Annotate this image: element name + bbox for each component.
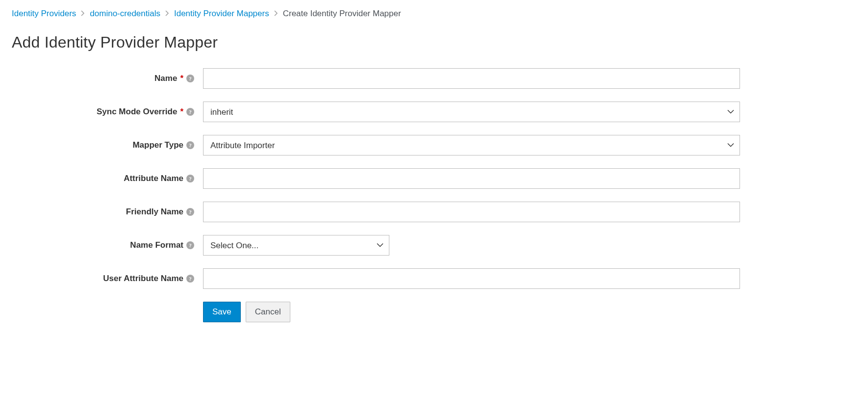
mapper-form: Name * ? Sync Mode Override * ? inherit	[12, 68, 856, 322]
help-icon[interactable]: ?	[186, 75, 194, 82]
form-row-sync-mode: Sync Mode Override * ? inherit	[12, 102, 856, 122]
breadcrumb: Identity Providers domino-credentials Id…	[12, 9, 856, 19]
sync-mode-select[interactable]: inherit	[203, 102, 740, 122]
form-row-name: Name * ?	[12, 68, 856, 89]
help-icon[interactable]: ?	[186, 208, 194, 216]
name-input[interactable]	[203, 68, 740, 89]
name-format-select[interactable]: Select One...	[203, 235, 389, 256]
save-button[interactable]: Save	[203, 302, 241, 322]
breadcrumb-link-identity-provider-mappers[interactable]: Identity Provider Mappers	[174, 9, 269, 19]
form-row-friendly-name: Friendly Name ?	[12, 202, 856, 222]
chevron-right-icon	[163, 10, 171, 18]
help-icon[interactable]: ?	[186, 175, 194, 182]
label-text: Sync Mode Override	[97, 107, 177, 117]
label-name: Name * ?	[12, 74, 203, 83]
label-name-format: Name Format ?	[12, 240, 203, 250]
label-text: Name	[154, 74, 177, 83]
select-wrap: inherit	[203, 102, 740, 122]
breadcrumb-current: Create Identity Provider Mapper	[283, 9, 401, 19]
form-row-attribute-name: Attribute Name ?	[12, 168, 856, 189]
mapper-type-select[interactable]: Attribute Importer	[203, 135, 740, 155]
label-attribute-name: Attribute Name ?	[12, 174, 203, 183]
chevron-right-icon	[272, 10, 280, 18]
form-row-user-attribute-name: User Attribute Name ?	[12, 268, 856, 289]
breadcrumb-link-domino-credentials[interactable]: domino-credentials	[90, 9, 160, 19]
help-icon[interactable]: ?	[186, 108, 194, 116]
required-asterisk-icon: *	[180, 74, 183, 83]
label-text: Friendly Name	[126, 207, 183, 217]
control-wrap: Attribute Importer	[203, 135, 740, 155]
friendly-name-input[interactable]	[203, 202, 740, 222]
label-mapper-type: Mapper Type ?	[12, 140, 203, 150]
control-wrap: inherit	[203, 102, 740, 122]
label-text: Mapper Type	[132, 140, 183, 150]
label-text: User Attribute Name	[103, 274, 183, 284]
control-wrap: Select One...	[203, 235, 740, 256]
user-attribute-name-input[interactable]	[203, 268, 740, 289]
form-row-name-format: Name Format ? Select One...	[12, 235, 856, 256]
select-wrap: Select One...	[203, 235, 389, 256]
label-text: Name Format	[130, 240, 183, 250]
page-title: Add Identity Provider Mapper	[12, 33, 856, 52]
control-wrap	[203, 202, 740, 222]
select-wrap: Attribute Importer	[203, 135, 740, 155]
required-asterisk-icon: *	[180, 107, 183, 117]
button-row: Save Cancel	[203, 302, 856, 322]
control-wrap	[203, 168, 740, 189]
help-icon[interactable]: ?	[186, 241, 194, 249]
help-icon[interactable]: ?	[186, 275, 194, 283]
label-sync-mode: Sync Mode Override * ?	[12, 107, 203, 117]
label-user-attribute-name: User Attribute Name ?	[12, 274, 203, 284]
label-text: Attribute Name	[124, 174, 183, 183]
attribute-name-input[interactable]	[203, 168, 740, 189]
chevron-right-icon	[79, 10, 87, 18]
cancel-button[interactable]: Cancel	[246, 302, 290, 322]
help-icon[interactable]: ?	[186, 141, 194, 149]
form-row-mapper-type: Mapper Type ? Attribute Importer	[12, 135, 856, 155]
label-friendly-name: Friendly Name ?	[12, 207, 203, 217]
breadcrumb-link-identity-providers[interactable]: Identity Providers	[12, 9, 76, 19]
control-wrap	[203, 268, 740, 289]
control-wrap	[203, 68, 740, 89]
